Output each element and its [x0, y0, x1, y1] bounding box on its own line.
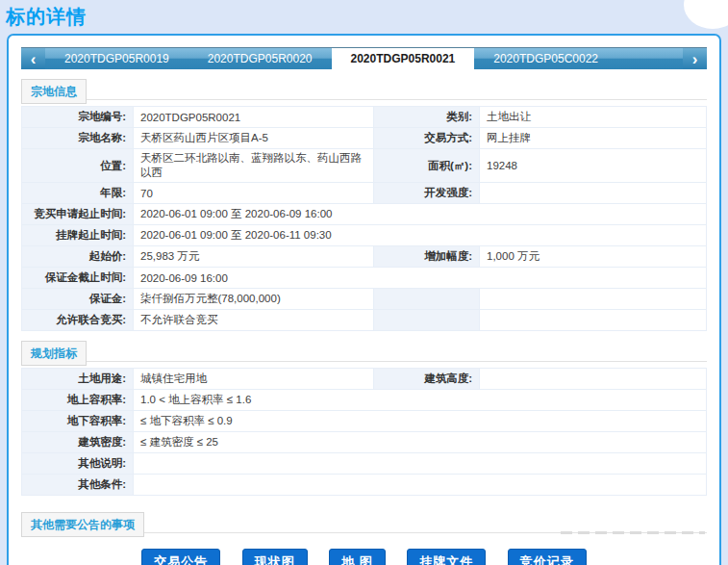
field-value: 2020-06-01 09:00 至 2020-06-09 16:00: [134, 204, 707, 225]
table-row: 保证金: 柒仟捌佰万元整(78,000,000): [22, 289, 707, 310]
field-value: ≤ 地下容积率 ≤ 0.9: [134, 411, 707, 432]
table-row: 宗地名称: 天桥区药山西片区项目A-5 交易方式: 网上挂牌: [22, 128, 707, 149]
table-row: 起始价: 25,983 万元 增加幅度: 1,000 万元: [22, 246, 707, 268]
parcel-tab-bar: ‹ 2020TDGP05R0019 2020TDGP05R0020 2020TD…: [21, 47, 707, 69]
field-label: 交易方式:: [374, 128, 480, 149]
parcel-info-table: 宗地编号: 2020TDGP05R0021 类别: 土地出让 宗地名称: 天桥区…: [21, 106, 707, 331]
field-label: 其他条件:: [22, 475, 134, 496]
field-label: 其他说明:: [22, 453, 134, 475]
table-row: 竞买申请起止时间: 2020-06-01 09:00 至 2020-06-09 …: [22, 204, 707, 225]
field-value: 1.0 < 地上容积率 ≤ 1.6: [134, 390, 707, 411]
trade-announcement-button[interactable]: 交易公告: [141, 549, 220, 565]
table-row: 其他说明:: [22, 453, 707, 475]
table-row: 土地用途: 城镇住宅用地 建筑高度:: [22, 369, 707, 390]
next-tab-arrow-icon[interactable]: ›: [683, 48, 707, 69]
field-label: 建筑高度:: [374, 369, 480, 390]
tab-2020TDGP05R0019[interactable]: 2020TDGP05R0019: [45, 48, 188, 69]
field-label: 地上容积率:: [22, 390, 134, 411]
field-label: 允许联合竞买:: [22, 310, 134, 331]
section-header-parcel-info: 宗地信息: [21, 78, 707, 100]
status-map-button[interactable]: 现状图: [242, 549, 308, 565]
bidding-record-button[interactable]: 竞价记录: [508, 549, 587, 565]
field-label: 面积(㎡):: [374, 149, 480, 183]
field-label: 年限:: [22, 183, 134, 204]
table-row: 挂牌起止时间: 2020-06-01 09:00 至 2020-06-11 09…: [22, 225, 707, 246]
field-label: 位置:: [22, 149, 134, 183]
field-value: [480, 369, 707, 390]
field-label: 建筑密度:: [22, 432, 134, 453]
field-label: 保证金:: [22, 289, 134, 310]
field-label: [374, 310, 480, 331]
field-value: 柒仟捌佰万元整(78,000,000): [134, 289, 374, 310]
field-value: ≤ 建筑密度 ≤ 25: [134, 432, 707, 453]
tab-2020TDGP05R0021-active[interactable]: 2020TDGP05R0021: [332, 48, 475, 69]
field-label: 增加幅度:: [374, 246, 480, 268]
section-header-planning: 规划指标: [21, 340, 707, 362]
tab-2020TDGP05R0020[interactable]: 2020TDGP05R0020: [188, 48, 332, 69]
table-row: 年限: 70 开发强度:: [22, 183, 707, 204]
field-label: 宗地名称:: [22, 128, 134, 149]
field-value: 25,983 万元: [134, 246, 374, 268]
table-row: 保证金截止时间: 2020-06-09 16:00: [22, 268, 707, 289]
field-value: [480, 289, 707, 310]
field-value: 2020TDGP05R0021: [134, 107, 374, 128]
page-title: 标的详情: [0, 0, 728, 34]
field-value: 不允许联合竞买: [134, 310, 374, 331]
field-value: 70: [134, 183, 374, 204]
field-label: 挂牌起止时间:: [22, 225, 134, 246]
planning-table: 土地用途: 城镇住宅用地 建筑高度: 地上容积率: 1.0 < 地上容积率 ≤ …: [21, 368, 707, 496]
table-row: 宗地编号: 2020TDGP05R0021 类别: 土地出让: [22, 107, 707, 128]
field-label: 地下容积率:: [22, 411, 134, 432]
field-value: 天桥区二环北路以南、蓝翔路以东、药山西路以西: [134, 149, 374, 183]
field-label: 竞买申请起止时间:: [22, 204, 134, 225]
action-button-row: 交易公告 现状图 地 图 挂牌文件 竞价记录: [21, 549, 707, 565]
listing-documents-button[interactable]: 挂牌文件: [407, 549, 486, 565]
section-label-planning: 规划指标: [21, 341, 87, 366]
section-label-parcel-info: 宗地信息: [21, 79, 87, 104]
field-value: 2020-06-01 09:00 至 2020-06-11 09:30: [134, 225, 707, 246]
table-row: 位置: 天桥区二环北路以南、蓝翔路以东、药山西路以西 面积(㎡): 19248: [22, 149, 707, 183]
field-value: 城镇住宅用地: [134, 369, 374, 390]
section-header-other: 其他需要公告的事项: [21, 511, 707, 533]
map-button[interactable]: 地 图: [329, 549, 386, 565]
table-row: 地上容积率: 1.0 < 地上容积率 ≤ 1.6: [22, 390, 707, 411]
field-value: 土地出让: [480, 107, 707, 128]
table-row: 允许联合竞买: 不允许联合竞买: [22, 310, 707, 331]
field-label: 保证金截止时间:: [22, 268, 134, 289]
table-row: 地下容积率: ≤ 地下容积率 ≤ 0.9: [22, 411, 707, 432]
field-label: 开发强度:: [374, 183, 480, 204]
field-value: 天桥区药山西片区项目A-5: [134, 128, 374, 149]
field-label: 类别:: [374, 107, 480, 128]
section-label-other: 其他需要公告的事项: [21, 512, 144, 537]
detail-panel: ‹ 2020TDGP05R0019 2020TDGP05R0020 2020TD…: [7, 34, 721, 565]
table-row: 其他条件:: [22, 475, 707, 496]
field-label: 土地用途:: [22, 369, 134, 390]
prev-tab-arrow-icon[interactable]: ‹: [21, 48, 45, 69]
faint-watermark: [561, 531, 705, 534]
field-value: 19248: [480, 149, 707, 183]
field-label: [374, 289, 480, 310]
field-value: 2020-06-09 16:00: [134, 268, 707, 289]
table-row: 建筑密度: ≤ 建筑密度 ≤ 25: [22, 432, 707, 453]
field-label: 宗地编号:: [22, 107, 134, 128]
field-value: [134, 453, 707, 475]
field-value: [480, 183, 707, 204]
field-label: 起始价:: [22, 246, 134, 268]
field-value: 网上挂牌: [480, 128, 707, 149]
tab-2020TDGP05C0022[interactable]: 2020TDGP05C0022: [474, 48, 617, 69]
field-value: 1,000 万元: [480, 246, 707, 268]
field-value: [480, 310, 707, 331]
field-value: [134, 475, 707, 496]
